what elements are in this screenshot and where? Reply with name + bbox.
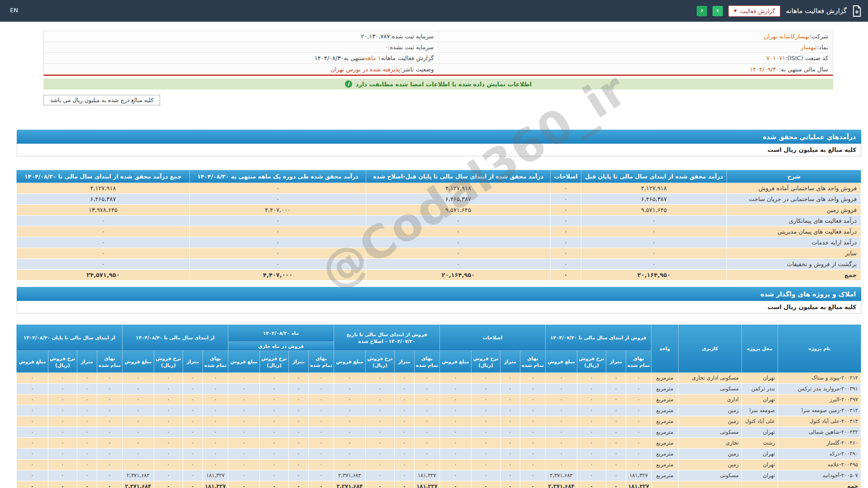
- value-cell: ۰: [520, 427, 545, 438]
- value-cell: ۰: [520, 416, 545, 427]
- value-cell: ۰: [97, 427, 122, 438]
- info-text: کد صنعت (ISIC):: [785, 55, 828, 61]
- value-cell: ۶,۴۶۵,۳۸۷: [581, 194, 727, 205]
- value-cell: ۰: [626, 405, 651, 416]
- value-cell: ۰: [17, 237, 190, 248]
- value-cell: ۰: [365, 460, 394, 470]
- value-cell: ۰: [203, 394, 228, 405]
- project-row: ۲۰۰۴۹۰-درکهتهرانزمینمترمربع۰۰۰۰۰۰۰۰۰۰۰۰۰…: [16, 449, 861, 460]
- project-unit: مترمربع: [651, 416, 679, 427]
- value-cell: ۰: [439, 416, 471, 427]
- info-row: کد صنعت (ISIC): ۷۰۱۰۷۱گزارش فعالیت ماهان…: [44, 53, 833, 64]
- column-header: درآمد محقق شده از ابتدای سال مالی تا پای…: [366, 170, 551, 183]
- value-cell: ۰: [606, 394, 626, 405]
- project-unit: مترمربع: [651, 470, 679, 481]
- value-cell: ۰: [577, 427, 606, 438]
- row-label: فروش واحد های ساختمانی در جریان ساخت: [727, 194, 861, 205]
- row-label: فروش واحد های ساختمانی آماده فروش: [727, 183, 861, 194]
- value-cell: ۴,۱۲۷,۹۱۸: [366, 183, 551, 194]
- section-title-operating-income: درآمدهاي عملياتي محقق شده: [17, 130, 861, 144]
- info-row: شرکت: بهسازکاشانه تهرانسرمایه ثبت شده: ۲…: [44, 31, 833, 42]
- value-cell: ۰: [48, 470, 77, 481]
- nav-back-button[interactable]: ‹: [697, 6, 707, 16]
- value-cell: ۰: [577, 416, 606, 427]
- value-cell: ۰: [308, 384, 334, 394]
- column-subheader: بهای تمام شده: [308, 351, 334, 373]
- column-subheader: مبلغ فروش: [334, 351, 365, 373]
- column-group-header: از ابتدای سال مالی تا پایان ۱۴۰۳/۰۸/۳۰: [16, 325, 122, 351]
- value-cell: ۰: [122, 394, 154, 405]
- value-cell: ۰: [190, 237, 366, 248]
- value-cell: ۰: [334, 405, 365, 416]
- value-cell: ۰: [228, 470, 259, 481]
- value-cell: ۰: [365, 384, 394, 394]
- value-cell: ۰: [17, 226, 190, 237]
- project-usage: زمین: [679, 460, 742, 470]
- value-cell: ۰: [203, 373, 228, 384]
- page-title: گزارش فعالیت ماهانه: [786, 7, 847, 15]
- value-cell: ۰: [122, 449, 154, 460]
- info-text: نماد:: [817, 44, 828, 51]
- value-cell: ۰: [365, 438, 394, 449]
- row-label: درآمد ارایه خدمات: [727, 237, 861, 248]
- value-cell: ۰: [365, 416, 394, 427]
- value-cell: ۰: [259, 481, 288, 488]
- value-cell: ۰: [288, 481, 308, 488]
- main-content: درآمدهاي عملياتي محقق شده کلیه مبالغ به …: [17, 130, 861, 488]
- value-cell: ۲,۳۷۱,۶۸۴: [334, 470, 365, 481]
- value-cell: ۰: [414, 416, 439, 427]
- value-cell: ۰: [77, 394, 97, 405]
- value-cell: ۴,۱۲۷,۹۱۸: [581, 183, 727, 194]
- value-cell: ۰: [16, 373, 48, 384]
- project-unit: مترمربع: [651, 427, 679, 438]
- column-subheader: متراژ: [394, 351, 414, 373]
- value-cell: ۱۸۱,۳۲۷: [626, 481, 651, 488]
- value-cell: ۰: [551, 270, 581, 281]
- value-cell: ۰: [366, 226, 551, 237]
- report-type-dropdown[interactable]: گزارش فعالیت ▼: [728, 5, 780, 17]
- column-header: محل پروژه: [742, 325, 778, 373]
- column-header: اصلاحات: [551, 170, 581, 183]
- info-cell-right: سال مالی منتهی به: ۱۴۰۴/۰۹/۳۰: [439, 64, 833, 75]
- info-text: سال مالی منتهی به:: [779, 66, 828, 73]
- language-toggle[interactable]: EN: [10, 7, 18, 14]
- value-cell: ۰: [334, 449, 365, 460]
- info-cell-left: وضعیت ناشر: پذیرفته شده در بورس تهران: [44, 64, 439, 75]
- income-row: فروش زمین۹,۵۷۱,۶۴۵۰۹,۵۷۱,۶۴۵۴,۴۰۷,۰۰۰۱۳,…: [17, 205, 861, 216]
- value-cell: ۰: [414, 394, 439, 405]
- value-cell: ۰: [626, 384, 651, 394]
- value-cell: ۰: [394, 470, 414, 481]
- row-label: جمع: [727, 270, 861, 281]
- value-cell: ۰: [551, 216, 581, 226]
- value-cell: ۰: [414, 384, 439, 394]
- value-cell: ۰: [97, 394, 122, 405]
- value-cell: ۰: [16, 449, 48, 460]
- column-subheader: متراژ: [183, 351, 203, 373]
- value-cell: ۰: [16, 394, 48, 405]
- value-cell: ۰: [48, 394, 77, 405]
- value-cell: ۱۸۱,۳۲۷: [626, 470, 651, 481]
- value-cell: ۰: [259, 373, 288, 384]
- project-unit: مترمربع: [651, 373, 679, 384]
- value-cell: ۰: [16, 460, 48, 470]
- value-cell: ۰: [97, 384, 122, 394]
- section-title-transferred-projects: املاک و پروژه های واگذار شده: [17, 287, 861, 301]
- value-cell: ۰: [16, 438, 48, 449]
- chevron-down-icon: ▼: [734, 9, 737, 13]
- value-cell: ۰: [366, 237, 551, 248]
- value-cell: ۰: [366, 259, 551, 270]
- column-group-header: اصلاحات: [439, 325, 545, 351]
- value-cell: ۰: [334, 460, 365, 470]
- column-header: جمع درآمد محقق شده از ابتدای سال مالی تا…: [17, 170, 190, 183]
- project-row: ۲۰۰۴۹۵-علامهتهرانزمینمترمربع۰۰۰۰۰۰۰۰۰۰۰۰…: [16, 460, 861, 470]
- value-cell: ۰: [183, 405, 203, 416]
- nav-forward-button[interactable]: ›: [712, 6, 723, 16]
- project-name: ۲۰۰۴۶۰-گلسار: [778, 438, 861, 449]
- value-cell: ۲,۳۷۱,۶۸۴: [122, 470, 154, 481]
- value-cell: ۰: [551, 259, 581, 270]
- signature-match-text: اطلاعات نمایش داده شده با اطلاعات امضا ش…: [356, 81, 532, 88]
- value-cell: ۱۸۱,۳۲۷: [414, 481, 439, 488]
- column-header: درآمد محقق شده از ابتدای سال مالی تا پای…: [581, 170, 727, 183]
- value-cell: ۲۴,۵۷۱,۹۵۰: [17, 270, 190, 281]
- value-cell: ۰: [394, 416, 414, 427]
